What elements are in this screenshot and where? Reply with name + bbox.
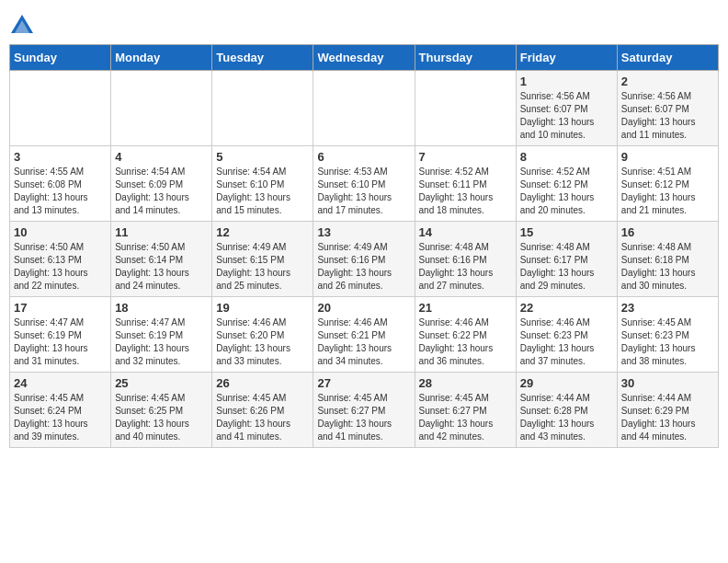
day-info: Sunrise: 4:46 AM Sunset: 6:20 PM Dayligh… <box>216 316 309 368</box>
day-number: 21 <box>419 301 512 315</box>
day-number: 22 <box>520 301 613 315</box>
day-info: Sunrise: 4:53 AM Sunset: 6:10 PM Dayligh… <box>317 166 410 217</box>
day-number: 11 <box>115 225 208 239</box>
calendar-cell: 3Sunrise: 4:55 AM Sunset: 6:08 PM Daylig… <box>10 146 111 222</box>
calendar-cell <box>212 71 313 146</box>
day-info: Sunrise: 4:56 AM Sunset: 6:07 PM Dayligh… <box>520 90 613 142</box>
day-info: Sunrise: 4:45 AM Sunset: 6:24 PM Dayligh… <box>14 392 107 443</box>
calendar-cell: 20Sunrise: 4:46 AM Sunset: 6:21 PM Dayli… <box>313 297 415 373</box>
day-info: Sunrise: 4:50 AM Sunset: 6:14 PM Dayligh… <box>115 241 208 293</box>
calendar-table: SundayMondayTuesdayWednesdayThursdayFrid… <box>9 44 719 448</box>
weekday-header: Thursday <box>415 45 516 71</box>
weekday-header: Sunday <box>10 45 111 71</box>
day-info: Sunrise: 4:48 AM Sunset: 6:16 PM Dayligh… <box>419 241 512 293</box>
day-info: Sunrise: 4:46 AM Sunset: 6:22 PM Dayligh… <box>419 316 512 368</box>
day-info: Sunrise: 4:54 AM Sunset: 6:09 PM Dayligh… <box>115 166 208 217</box>
weekday-header: Tuesday <box>212 45 313 71</box>
day-number: 8 <box>520 150 613 164</box>
day-info: Sunrise: 4:45 AM Sunset: 6:26 PM Dayligh… <box>216 392 309 443</box>
calendar-cell: 9Sunrise: 4:51 AM Sunset: 6:12 PM Daylig… <box>617 146 718 222</box>
calendar-week-row: 17Sunrise: 4:47 AM Sunset: 6:19 PM Dayli… <box>10 297 719 373</box>
calendar-week-row: 24Sunrise: 4:45 AM Sunset: 6:24 PM Dayli… <box>10 373 719 448</box>
day-info: Sunrise: 4:47 AM Sunset: 6:19 PM Dayligh… <box>14 316 107 368</box>
calendar-cell: 25Sunrise: 4:45 AM Sunset: 6:25 PM Dayli… <box>111 373 212 448</box>
day-number: 5 <box>216 150 309 164</box>
day-info: Sunrise: 4:45 AM Sunset: 6:23 PM Dayligh… <box>621 316 714 368</box>
day-info: Sunrise: 4:44 AM Sunset: 6:29 PM Dayligh… <box>621 392 714 443</box>
day-info: Sunrise: 4:46 AM Sunset: 6:21 PM Dayligh… <box>317 316 410 368</box>
day-number: 12 <box>216 225 309 239</box>
calendar-cell: 26Sunrise: 4:45 AM Sunset: 6:26 PM Dayli… <box>212 373 313 448</box>
calendar-cell: 24Sunrise: 4:45 AM Sunset: 6:24 PM Dayli… <box>10 373 111 448</box>
calendar-cell: 18Sunrise: 4:47 AM Sunset: 6:19 PM Dayli… <box>111 297 212 373</box>
day-number: 10 <box>14 225 107 239</box>
calendar-cell: 7Sunrise: 4:52 AM Sunset: 6:11 PM Daylig… <box>415 146 516 222</box>
calendar-cell: 28Sunrise: 4:45 AM Sunset: 6:27 PM Dayli… <box>415 373 516 448</box>
calendar-cell: 5Sunrise: 4:54 AM Sunset: 6:10 PM Daylig… <box>212 146 313 222</box>
calendar-cell: 30Sunrise: 4:44 AM Sunset: 6:29 PM Dayli… <box>617 373 718 448</box>
day-info: Sunrise: 4:44 AM Sunset: 6:28 PM Dayligh… <box>520 392 613 443</box>
day-number: 14 <box>419 225 512 239</box>
day-number: 2 <box>621 75 714 88</box>
calendar-cell: 29Sunrise: 4:44 AM Sunset: 6:28 PM Dayli… <box>516 373 617 448</box>
calendar-week-row: 3Sunrise: 4:55 AM Sunset: 6:08 PM Daylig… <box>10 146 719 222</box>
day-info: Sunrise: 4:48 AM Sunset: 6:17 PM Dayligh… <box>520 241 613 293</box>
day-number: 29 <box>520 376 613 390</box>
day-info: Sunrise: 4:46 AM Sunset: 6:23 PM Dayligh… <box>520 316 613 368</box>
day-info: Sunrise: 4:47 AM Sunset: 6:19 PM Dayligh… <box>115 316 208 368</box>
day-info: Sunrise: 4:56 AM Sunset: 6:07 PM Dayligh… <box>621 90 714 142</box>
calendar-cell: 11Sunrise: 4:50 AM Sunset: 6:14 PM Dayli… <box>111 222 212 297</box>
calendar-cell: 21Sunrise: 4:46 AM Sunset: 6:22 PM Dayli… <box>415 297 516 373</box>
calendar-cell: 10Sunrise: 4:50 AM Sunset: 6:13 PM Dayli… <box>10 222 111 297</box>
day-info: Sunrise: 4:49 AM Sunset: 6:16 PM Dayligh… <box>317 241 410 293</box>
calendar-cell <box>415 71 516 146</box>
day-number: 30 <box>621 376 714 390</box>
day-number: 20 <box>317 301 410 315</box>
calendar-cell: 12Sunrise: 4:49 AM Sunset: 6:15 PM Dayli… <box>212 222 313 297</box>
calendar-cell: 2Sunrise: 4:56 AM Sunset: 6:07 PM Daylig… <box>617 71 718 146</box>
calendar-cell: 1Sunrise: 4:56 AM Sunset: 6:07 PM Daylig… <box>516 71 617 146</box>
day-number: 3 <box>14 150 107 164</box>
day-number: 7 <box>419 150 512 164</box>
day-number: 23 <box>621 301 714 315</box>
day-number: 1 <box>520 75 613 88</box>
day-info: Sunrise: 4:49 AM Sunset: 6:15 PM Dayligh… <box>216 241 309 293</box>
day-number: 17 <box>14 301 107 315</box>
calendar-cell: 4Sunrise: 4:54 AM Sunset: 6:09 PM Daylig… <box>111 146 212 222</box>
calendar-cell: 16Sunrise: 4:48 AM Sunset: 6:18 PM Dayli… <box>617 222 718 297</box>
day-number: 4 <box>115 150 208 164</box>
day-number: 19 <box>216 301 309 315</box>
calendar-week-row: 1Sunrise: 4:56 AM Sunset: 6:07 PM Daylig… <box>10 71 719 146</box>
day-info: Sunrise: 4:45 AM Sunset: 6:27 PM Dayligh… <box>317 392 410 443</box>
calendar-cell: 19Sunrise: 4:46 AM Sunset: 6:20 PM Dayli… <box>212 297 313 373</box>
day-number: 28 <box>419 376 512 390</box>
weekday-header: Monday <box>111 45 212 71</box>
day-info: Sunrise: 4:50 AM Sunset: 6:13 PM Dayligh… <box>14 241 107 293</box>
calendar-cell: 17Sunrise: 4:47 AM Sunset: 6:19 PM Dayli… <box>10 297 111 373</box>
day-info: Sunrise: 4:51 AM Sunset: 6:12 PM Dayligh… <box>621 166 714 217</box>
calendar-week-row: 10Sunrise: 4:50 AM Sunset: 6:13 PM Dayli… <box>10 222 719 297</box>
weekday-header: Wednesday <box>313 45 415 71</box>
day-info: Sunrise: 4:52 AM Sunset: 6:12 PM Dayligh… <box>520 166 613 217</box>
calendar-cell: 14Sunrise: 4:48 AM Sunset: 6:16 PM Dayli… <box>415 222 516 297</box>
calendar-body: 1Sunrise: 4:56 AM Sunset: 6:07 PM Daylig… <box>10 71 719 448</box>
calendar-cell: 6Sunrise: 4:53 AM Sunset: 6:10 PM Daylig… <box>313 146 415 222</box>
day-number: 16 <box>621 225 714 239</box>
day-info: Sunrise: 4:55 AM Sunset: 6:08 PM Dayligh… <box>14 166 107 217</box>
calendar-cell <box>10 71 111 146</box>
weekday-header: Saturday <box>617 45 718 71</box>
page-header <box>9 9 719 39</box>
calendar-cell <box>313 71 415 146</box>
calendar-cell <box>111 71 212 146</box>
day-number: 24 <box>14 376 107 390</box>
day-number: 6 <box>317 150 410 164</box>
day-info: Sunrise: 4:45 AM Sunset: 6:25 PM Dayligh… <box>115 392 208 443</box>
logo <box>9 13 39 39</box>
logo-icon <box>9 13 35 39</box>
day-number: 26 <box>216 376 309 390</box>
calendar-cell: 23Sunrise: 4:45 AM Sunset: 6:23 PM Dayli… <box>617 297 718 373</box>
day-number: 18 <box>115 301 208 315</box>
day-info: Sunrise: 4:48 AM Sunset: 6:18 PM Dayligh… <box>621 241 714 293</box>
day-number: 15 <box>520 225 613 239</box>
day-info: Sunrise: 4:52 AM Sunset: 6:11 PM Dayligh… <box>419 166 512 217</box>
